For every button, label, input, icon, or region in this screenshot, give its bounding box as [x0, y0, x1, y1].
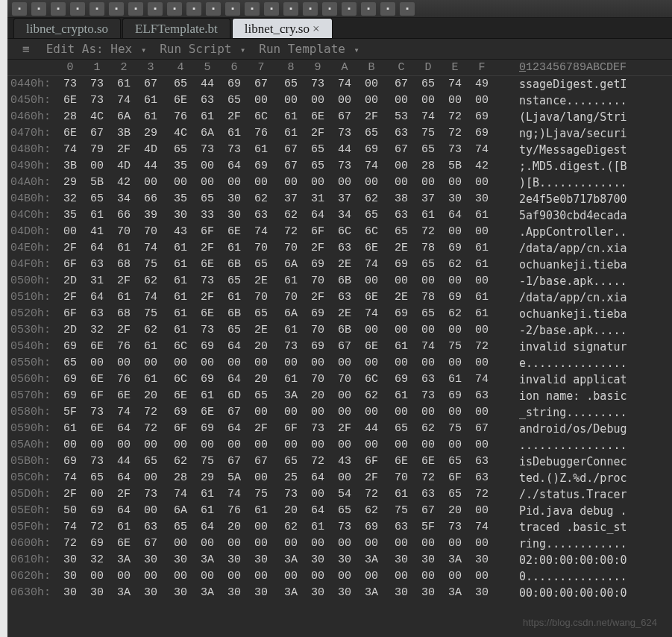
hex-bytes[interactable]: 6F636875616E6B656A692E7469656261: [57, 306, 501, 322]
hex-byte[interactable]: 6B: [331, 273, 358, 289]
hex-byte[interactable]: 00: [277, 92, 304, 109]
close-icon[interactable]: ×: [313, 22, 320, 36]
hex-byte[interactable]: 65: [415, 306, 442, 322]
help-button[interactable]: ▪: [342, 2, 357, 16]
hex-byte[interactable]: 3A: [277, 552, 304, 568]
hex-byte[interactable]: 00: [194, 175, 221, 191]
hex-byte[interactable]: 2E: [388, 240, 415, 257]
hex-byte[interactable]: 6E: [84, 421, 110, 437]
hex-byte[interactable]: 00: [388, 355, 415, 371]
hex-byte[interactable]: 63: [84, 257, 110, 273]
hex-byte[interactable]: 2F: [110, 322, 137, 339]
hex-byte[interactable]: 72: [468, 339, 495, 355]
hex-byte[interactable]: 74: [415, 339, 442, 355]
hex-byte[interactable]: 00: [304, 175, 331, 191]
hex-byte[interactable]: 65: [167, 76, 194, 92]
hex-byte[interactable]: 64: [221, 421, 248, 437]
hex-byte[interactable]: 00: [84, 437, 110, 454]
hex-byte[interactable]: 00: [167, 437, 194, 454]
hex-byte[interactable]: 69: [57, 388, 84, 404]
hex-byte[interactable]: 20: [248, 339, 274, 355]
hex-byte[interactable]: 00: [388, 158, 415, 175]
hex-byte[interactable]: 00: [248, 355, 274, 371]
hex-byte[interactable]: 30: [415, 585, 442, 601]
hex-byte[interactable]: 5A: [221, 470, 248, 486]
hex-byte[interactable]: 62: [167, 454, 194, 470]
hex-row[interactable]: 0630h:30303A30303A30303A30303A30303A3000…: [7, 585, 672, 601]
hex-bytes[interactable]: 616E64726F69642F6F732F4465627567: [57, 421, 501, 437]
find-button[interactable]: ▪: [186, 2, 201, 16]
hex-byte[interactable]: 28: [415, 158, 442, 175]
hex-byte[interactable]: 65: [248, 388, 274, 404]
hex-byte[interactable]: 00: [358, 273, 385, 289]
hex-byte[interactable]: 76: [167, 109, 194, 125]
hex-byte[interactable]: 65: [304, 158, 331, 175]
ascii-button[interactable]: ▪: [225, 2, 240, 16]
hex-byte[interactable]: 00: [442, 92, 468, 109]
hex-byte[interactable]: 6F: [358, 454, 385, 470]
hex-row[interactable]: 05B0h:69734465627567676572436F6E6E6563is…: [7, 454, 672, 470]
hex-byte[interactable]: 65: [304, 142, 331, 158]
hex-row[interactable]: 0570h:696F6E206E616D653A20006261736963io…: [7, 388, 672, 404]
hex-byte[interactable]: 35: [167, 191, 194, 207]
hex-byte[interactable]: 67: [137, 536, 164, 552]
hex-byte[interactable]: 62: [137, 322, 164, 339]
hex-byte[interactable]: 00: [331, 355, 358, 371]
hex-byte[interactable]: 74: [358, 257, 385, 273]
hex-byte[interactable]: 00: [304, 486, 331, 503]
hex-row[interactable]: 0450h:6E7374616E6365000000000000000000ns…: [7, 92, 672, 109]
hex-byte[interactable]: 61: [388, 339, 415, 355]
ascii-cell[interactable]: traced .basic_st: [501, 519, 672, 536]
ascii-cell[interactable]: /data/app/cn.xia: [501, 289, 672, 306]
hex-byte[interactable]: 42: [468, 158, 495, 175]
hex-byte[interactable]: 33: [194, 207, 221, 224]
hex-byte[interactable]: 2D: [57, 322, 84, 339]
hex-byte[interactable]: 69: [304, 257, 331, 273]
ascii-cell[interactable]: Pid.java debug .: [501, 503, 672, 519]
hex-byte[interactable]: 00: [137, 175, 164, 191]
hex-byte[interactable]: 00: [221, 355, 248, 371]
hex-byte[interactable]: 30: [57, 568, 84, 585]
hex-byte[interactable]: 6C: [248, 109, 274, 125]
open-button[interactable]: ▪: [31, 2, 46, 16]
hex-byte[interactable]: 61: [110, 289, 137, 306]
hex-byte[interactable]: 2E: [248, 273, 274, 289]
hex-byte[interactable]: 6E: [167, 92, 194, 109]
hex-byte[interactable]: 00: [194, 355, 221, 371]
hex-byte[interactable]: 69: [57, 339, 84, 355]
hex-byte[interactable]: 61: [248, 142, 274, 158]
hex-byte[interactable]: 69: [221, 76, 248, 92]
hex-byte[interactable]: 68: [110, 257, 137, 273]
ascii-cell[interactable]: android/os/Debug: [501, 421, 672, 437]
hex-bytes[interactable]: 284C6A6176612F6C616E672F53747269: [57, 109, 501, 125]
hex-byte[interactable]: 61: [221, 125, 248, 142]
ascii-cell[interactable]: ochuankeji.tieba: [501, 257, 672, 273]
hex-byte[interactable]: 62: [277, 207, 304, 224]
hex-byte[interactable]: 72: [304, 454, 331, 470]
hex-byte[interactable]: 32: [57, 191, 84, 207]
hex-byte[interactable]: 00: [358, 568, 385, 585]
hex-byte[interactable]: 6F: [84, 388, 110, 404]
hex-byte[interactable]: 2F: [358, 470, 385, 486]
hex-byte[interactable]: 29: [137, 125, 164, 142]
hex-byte[interactable]: 00: [358, 322, 385, 339]
hex-byte[interactable]: 2E: [388, 289, 415, 306]
ascii-cell[interactable]: invalid signatur: [501, 339, 672, 355]
hex-byte[interactable]: 61: [277, 273, 304, 289]
hex-byte[interactable]: 65: [358, 125, 385, 142]
hex-byte[interactable]: 00: [277, 404, 304, 421]
hex-byte[interactable]: 00: [388, 273, 415, 289]
hex-byte[interactable]: 34: [331, 207, 358, 224]
hex-byte[interactable]: 30: [221, 552, 248, 568]
hex-byte[interactable]: 6B: [221, 306, 248, 322]
hex-byte[interactable]: 00: [331, 92, 358, 109]
hex-byte[interactable]: 61: [194, 109, 221, 125]
hex-byte[interactable]: 61: [442, 371, 468, 388]
hex-byte[interactable]: 65: [84, 470, 110, 486]
calc-button[interactable]: ▪: [264, 2, 279, 16]
hex-byte[interactable]: 00: [468, 92, 495, 109]
hex-rows[interactable]: 0440h:73736167654469676573740067657449ss…: [7, 76, 672, 601]
hex-byte[interactable]: 3B: [110, 125, 137, 142]
hex-row[interactable]: 04F0h:6F636875616E6B656A692E7469656261oc…: [7, 257, 672, 273]
hex-byte[interactable]: 64: [84, 289, 110, 306]
